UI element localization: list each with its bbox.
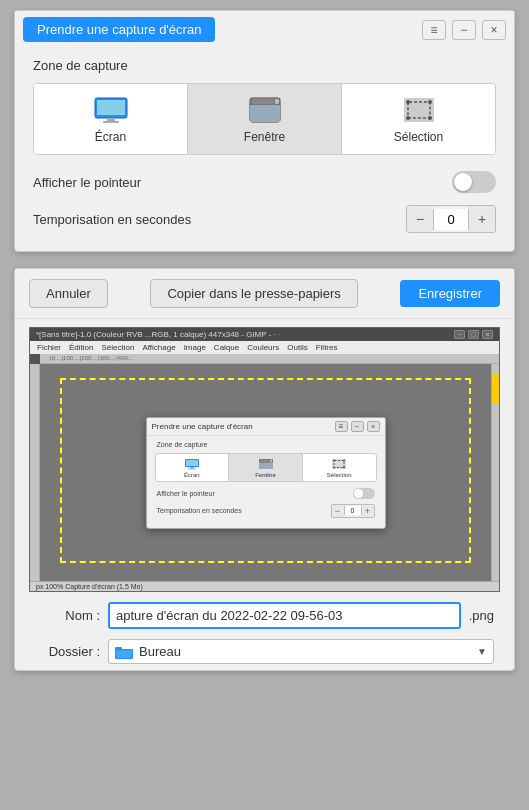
inner-toggle[interactable] — [353, 488, 375, 499]
inner-window-icon — [258, 458, 274, 470]
folder-name: Bureau — [139, 644, 181, 659]
minimize-button[interactable]: − — [452, 20, 476, 40]
gimp-ruler-content: Prendre une capture d'écran ≡ − × Zone d… — [30, 364, 499, 581]
selection-icon — [402, 96, 436, 124]
cancel-button[interactable]: Annuler — [29, 279, 108, 308]
close-button[interactable]: × — [482, 20, 506, 40]
gimp-menu-calque[interactable]: Calque — [210, 342, 243, 353]
action-bar: Annuler Copier dans le presse-papiers En… — [15, 269, 514, 319]
timer-controls: − + — [406, 205, 496, 233]
inner-zone-label: Zone de capture — [147, 436, 385, 451]
inner-option-ecran[interactable]: Écran — [156, 454, 230, 481]
inner-close-btn[interactable]: × — [367, 421, 380, 432]
inner-pointer-label: Afficher le pointeur — [157, 490, 215, 497]
svg-point-28 — [333, 466, 335, 468]
svg-rect-17 — [190, 467, 194, 469]
toggle-knob — [454, 173, 472, 191]
inner-title-text: Prendre une capture d'écran — [152, 422, 253, 431]
svg-point-13 — [406, 116, 410, 120]
filename-row: Nom : .png — [35, 602, 494, 629]
folder-icon — [115, 645, 133, 659]
gimp-titlebar: *[Sans titre]-1.0 (Couleur RVB ...RGB, 1… — [30, 328, 499, 341]
svg-point-12 — [428, 100, 432, 104]
gimp-maximize[interactable]: □ — [468, 330, 479, 339]
inner-ecran-label: Écran — [184, 472, 200, 478]
capture-button[interactable]: Prendre une capture d'écran — [23, 17, 215, 42]
scrollbar-right[interactable] — [491, 364, 499, 581]
option-ecran[interactable]: Écran — [34, 84, 188, 154]
window-icon — [248, 96, 282, 124]
gimp-menubar: Fichier Édition Sélection Affichage Imag… — [30, 341, 499, 354]
timer-plus-button[interactable]: + — [469, 206, 495, 232]
gimp-content-area: |0....|100....|200....|300....|400... Pr… — [30, 354, 499, 591]
save-button[interactable]: Enregistrer — [400, 280, 500, 307]
gimp-menu-selection[interactable]: Sélection — [97, 342, 138, 353]
gimp-menu-edition[interactable]: Édition — [65, 342, 97, 353]
filename-label: Nom : — [35, 608, 100, 623]
inner-minimize-btn[interactable]: − — [351, 421, 364, 432]
gimp-ruler-side — [30, 364, 40, 581]
timer-row: Temporisation en secondes − + — [33, 205, 496, 233]
inner-win-controls: ≡ − × — [335, 421, 380, 432]
inner-titlebar: Prendre une capture d'écran ≡ − × — [147, 418, 385, 436]
svg-rect-21 — [259, 462, 273, 469]
inner-options: Écran — [155, 453, 377, 482]
window-controls: ≡ − × — [422, 20, 506, 40]
inner-option-selection[interactable]: Sélection — [303, 454, 376, 481]
gimp-minimize[interactable]: − — [454, 330, 465, 339]
gimp-menu-filtres[interactable]: Filtres — [312, 342, 342, 353]
svg-point-14 — [428, 116, 432, 120]
gimp-menu-fichier[interactable]: Fichier — [33, 342, 65, 353]
gimp-close[interactable]: × — [482, 330, 493, 339]
svg-rect-8 — [275, 99, 279, 104]
option-fenetre-label: Fenêtre — [244, 130, 285, 144]
inner-toggle-row: Afficher le pointeur — [157, 488, 375, 499]
filename-input[interactable] — [108, 602, 461, 629]
inner-fenetre-label: Fenêtre — [255, 472, 276, 478]
inner-screenshot-dialog: Prendre une capture d'écran ≡ − × Zone d… — [146, 417, 386, 529]
svg-rect-1 — [97, 100, 125, 115]
svg-rect-6 — [250, 105, 280, 122]
monitor-icon — [93, 96, 129, 124]
svg-point-27 — [343, 459, 345, 461]
gimp-canvas: Prendre une capture d'écran ≡ − × Zone d… — [40, 364, 491, 581]
svg-point-26 — [333, 459, 335, 461]
option-fenetre[interactable]: Fenêtre — [188, 84, 342, 154]
gimp-menu-couleurs[interactable]: Couleurs — [243, 342, 283, 353]
gimp-ruler-top: |0....|100....|200....|300....|400... — [40, 354, 499, 364]
timer-minus-button[interactable]: − — [407, 206, 433, 232]
svg-point-11 — [406, 100, 410, 104]
copy-button[interactable]: Copier dans le presse-papiers — [150, 279, 357, 308]
inner-selection-label: Sélection — [327, 472, 352, 478]
pointer-toggle[interactable] — [452, 171, 496, 193]
svg-rect-32 — [116, 650, 132, 658]
menu-button[interactable]: ≡ — [422, 20, 446, 40]
gimp-title: *[Sans titre]-1.0 (Couleur RVB ...RGB, 1… — [36, 330, 280, 339]
svg-rect-18 — [188, 468, 196, 469]
svg-point-29 — [343, 466, 345, 468]
option-selection[interactable]: Sélection — [342, 84, 495, 154]
inner-menu-btn[interactable]: ≡ — [335, 421, 348, 432]
pointer-label: Afficher le pointeur — [33, 175, 141, 190]
timer-input[interactable] — [433, 209, 469, 230]
inner-option-fenetre[interactable]: Fenêtre — [229, 454, 303, 481]
svg-rect-16 — [186, 460, 198, 466]
inner-timer-minus[interactable]: − — [332, 505, 344, 517]
gimp-menu-affichage[interactable]: Affichage — [138, 342, 179, 353]
screenshot-dialog: Prendre une capture d'écran ≡ − × Zone d… — [14, 10, 515, 252]
folder-label: Dossier : — [35, 644, 100, 659]
inner-timer-row: Temporisation en secondes − 0 + — [157, 504, 375, 518]
pointer-toggle-row: Afficher le pointeur — [33, 171, 496, 193]
chevron-down-icon: ▼ — [477, 646, 487, 657]
gimp-menu-image[interactable]: Image — [180, 342, 210, 353]
zone-capture-label: Zone de capture — [15, 48, 514, 79]
gimp-win-controls: − □ × — [454, 330, 493, 339]
inner-timer-label: Temporisation en secondes — [157, 507, 242, 514]
inner-timer-plus[interactable]: + — [362, 505, 374, 517]
svg-rect-2 — [107, 118, 115, 121]
save-dialog: Annuler Copier dans le presse-papiers En… — [14, 268, 515, 671]
gimp-menu-outils[interactable]: Outils — [283, 342, 311, 353]
titlebar: Prendre une capture d'écran ≡ − × — [15, 11, 514, 48]
option-ecran-label: Écran — [95, 130, 126, 144]
folder-select[interactable]: Bureau ▼ — [108, 639, 494, 664]
